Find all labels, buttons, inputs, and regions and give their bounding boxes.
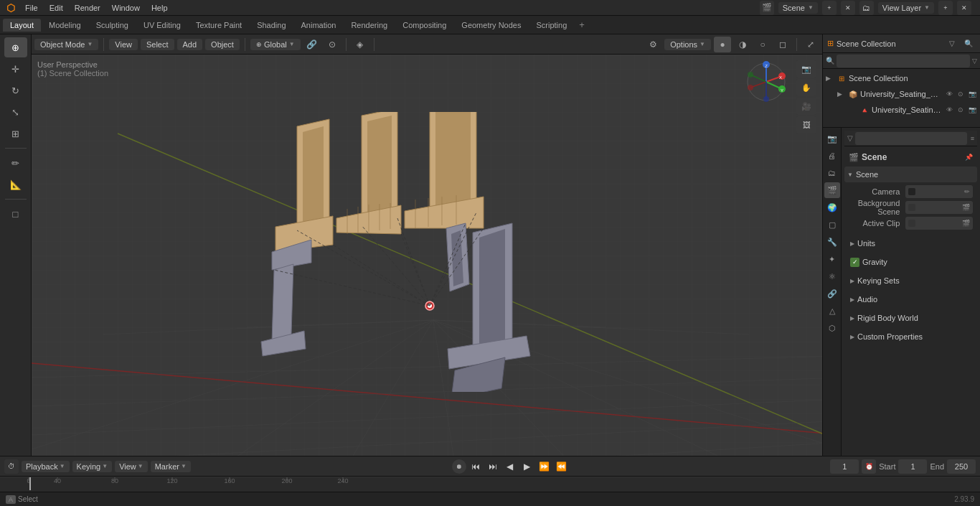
viewlayer-add-btn[interactable]: + [938,1,953,15]
prop-tab-physics[interactable]: ⚛ [824,268,840,284]
ws-tab-geometry-nodes[interactable]: Geometry Nodes [454,19,528,32]
ws-tab-compositing[interactable]: Compositing [395,19,453,32]
outliner-select-icon[interactable]: ⊙ [956,89,966,99]
viewport-gizmo-toggle[interactable]: ⚙ [644,37,661,52]
ws-tab-scripting[interactable]: Scripting [529,19,574,32]
transform-orientation[interactable]: ⊕ Global ▼ [250,39,301,50]
add-menu-btn[interactable]: Add [177,39,203,50]
pivot-point[interactable]: ◈ [352,37,369,52]
outliner-filter-btn[interactable]: ▽ [945,37,959,51]
timeline-scrubber[interactable]: 0 40 80 120 160 200 240 [0,477,980,492]
select-menu-btn[interactable]: Select [141,39,174,50]
end-frame-input[interactable]: 250 [947,459,976,474]
ws-tab-uv-editing[interactable]: UV Editing [136,19,188,32]
scene-icon-btn[interactable]: 🎬 [760,1,774,15]
menu-window[interactable]: Window [107,2,145,14]
rendered-shading-btn[interactable]: ○ [754,37,771,52]
prop-tab-view-layer[interactable]: 🗂 [824,165,840,181]
outliner-render-icon[interactable]: 📷 [967,89,977,99]
fullscreen-btn[interactable]: ⤢ [802,37,819,52]
outliner-row-item-2[interactable]: 🔺 University_Seating_Syste 👁 ⊙ 📷 [823,102,980,118]
play-reverse-btn[interactable]: ◀ [502,459,518,474]
view-menu-btn[interactable]: View [109,39,138,50]
prop-tab-world[interactable]: 🌍 [824,200,840,215]
gravity-section-header[interactable]: ✓ Gravity [844,254,977,270]
camera-perspective-icon[interactable]: 📷 [796,60,816,78]
scene-remove-btn[interactable]: ✕ [841,1,855,15]
ws-tab-modeling[interactable]: Modeling [42,19,88,32]
snap-toggle[interactable]: 🔗 [303,37,321,52]
camera-icon[interactable]: 🎥 [796,98,816,115]
outliner-search-btn[interactable]: 🔍 [961,37,976,51]
tool-move[interactable]: ✛ [4,59,27,79]
prop-tab-object[interactable]: ▢ [824,217,840,233]
playback-menu[interactable]: Playback ▼ [22,461,70,472]
menu-file[interactable]: File [20,2,43,14]
workspace-tab-add[interactable]: + [575,18,589,32]
tool-annotate[interactable]: ✏ [4,153,27,173]
keying-sets-header[interactable]: ▶ Keying Sets [844,273,977,289]
wireframe-shading-btn[interactable]: ◻ [774,37,791,52]
ws-tab-texture-paint[interactable]: Texture Paint [189,19,249,32]
outliner-search-input[interactable] [837,55,970,67]
outliner-row-item-1[interactable]: ▶ 📦 University_Seating_System_F 👁 ⊙ 📷 [823,86,980,102]
outliner-item2-render[interactable]: 📷 [967,105,977,115]
overlay-btn[interactable]: Options ▼ [664,39,711,50]
frame-time-toggle[interactable]: ⏰ [862,459,876,474]
rigid-body-header[interactable]: ▶ Rigid Body World [844,310,977,326]
prop-tab-scene[interactable]: 🎬 [824,182,840,198]
tool-scale[interactable]: ⤡ [4,102,27,122]
outliner-row-scene-collection[interactable]: ▶ ⊞ Scene Collection [823,70,980,86]
timeline-view-menu[interactable]: View ▼ [115,461,148,472]
scene-section-header[interactable]: ▼ Scene [844,167,977,182]
menu-render[interactable]: Render [70,2,105,14]
solid-shading-btn[interactable]: ● [714,37,731,52]
tool-cursor[interactable]: ⊕ [4,37,27,57]
current-frame-input[interactable]: 1 [830,459,859,474]
viewlayer-selector[interactable]: View Layer ▼ [878,2,934,14]
viewlayer-icon-btn[interactable]: 🗂 [859,1,874,15]
prop-tab-render[interactable]: 📷 [824,131,840,146]
ws-tab-sculpting[interactable]: Sculpting [89,19,136,32]
prop-tab-output[interactable]: 🖨 [824,148,840,164]
outliner-item2-select[interactable]: ⊙ [956,105,966,115]
object-mode-selector[interactable]: Object Mode ▼ [34,39,98,50]
object-menu-btn[interactable]: Object [205,39,240,50]
play-btn[interactable]: ▶ [519,459,535,474]
active-clip-value-btn[interactable]: 🎬 [905,217,973,230]
3d-viewport[interactable]: User Perspective (1) Scene Collection X [32,55,822,456]
custom-props-header[interactable]: ▶ Custom Properties [844,329,977,345]
hand-tool-icon[interactable]: ✋ [796,79,816,96]
render-icon[interactable]: 🖼 [796,116,816,133]
keying-menu[interactable]: Keying ▼ [72,461,113,472]
prev-keyframe-btn[interactable]: ⏭ [485,459,501,474]
viewlayer-remove-btn[interactable]: ✕ [957,1,971,15]
bg-scene-value-btn[interactable]: 🎬 [905,201,973,214]
ws-tab-layout[interactable]: Layout [3,19,41,32]
prop-tab-object-data[interactable]: △ [824,303,840,319]
ws-tab-animation[interactable]: Animation [294,19,344,32]
tool-add-cube[interactable]: □ [4,204,27,224]
next-keyframe-btn[interactable]: ⏩ [537,459,552,474]
tool-transform[interactable]: ⊞ [4,123,27,144]
camera-edit-icon[interactable]: ✏ [964,188,970,195]
marker-menu[interactable]: Marker ▼ [151,461,191,472]
properties-search-input[interactable] [855,132,967,145]
outliner-filter-icon[interactable]: ▽ [972,57,977,65]
tool-measure[interactable]: 📐 [4,174,27,195]
jump-start-btn[interactable]: ⏮ [468,459,484,474]
viewport-navigation-gizmo[interactable]: X Y Z [745,60,788,103]
jump-end-btn[interactable]: ⏪ [554,459,570,474]
prop-tab-material[interactable]: ⬡ [824,320,840,336]
ws-tab-shading[interactable]: Shading [250,19,293,32]
scene-selector[interactable]: Scene ▼ [778,2,818,14]
timeline-type-btn[interactable]: ⏱ [4,459,19,474]
outliner-item2-visibility[interactable]: 👁 [944,105,954,115]
ws-tab-rendering[interactable]: Rendering [344,19,395,32]
audio-section-header[interactable]: ▶ Audio [844,291,977,307]
tool-rotate[interactable]: ↻ [4,80,27,100]
units-section-header[interactable]: ▶ Units [844,235,977,251]
menu-help[interactable]: Help [146,2,173,14]
prop-tab-constraints[interactable]: 🔗 [824,286,840,301]
scene-add-btn[interactable]: + [822,1,837,15]
